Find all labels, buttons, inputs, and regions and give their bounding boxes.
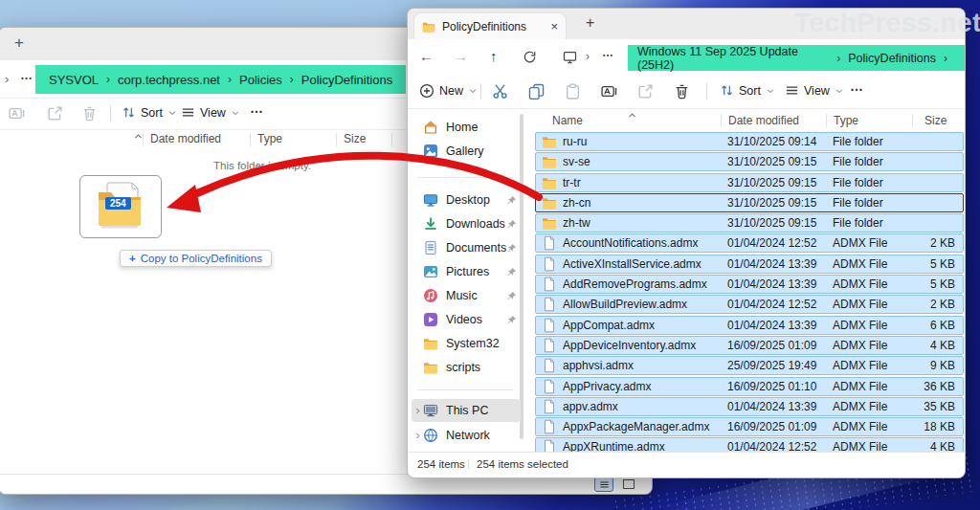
sidebar-item-pictures[interactable]: Pictures — [412, 260, 521, 283]
copy-icon[interactable] — [528, 83, 545, 100]
file-row[interactable]: ru-ru 31/10/2025 09:14 File folder — [535, 132, 964, 151]
pin-icon — [506, 243, 517, 254]
column-header-date[interactable]: Date modified — [728, 114, 799, 127]
file-row[interactable]: ActiveXInstallService.admx 01/04/2024 13… — [535, 255, 964, 274]
sidebar-item-system32[interactable]: System32 — [412, 332, 521, 355]
column-header-type[interactable]: Type — [257, 132, 282, 145]
details-view-toggle[interactable] — [594, 477, 613, 492]
file-size: 2 KB — [921, 236, 963, 250]
delete-icon[interactable] — [81, 105, 98, 122]
file-row[interactable]: apphvsi.admx 25/09/2025 19:49 ADMX File … — [535, 356, 964, 375]
file-row[interactable]: AppPrivacy.admx 16/09/2025 01:10 ADMX Fi… — [535, 377, 964, 396]
more-options-button[interactable]: … — [850, 78, 863, 94]
forward-button[interactable]: → — [454, 48, 468, 64]
breadcrumb[interactable]: Windows 11 Sep 2025 Update (25H2)›Policy… — [628, 45, 965, 71]
file-row[interactable]: zh-tw 31/10/2025 09:15 File folder — [535, 213, 964, 233]
more-options-button[interactable]: … — [250, 100, 263, 116]
icons-view-toggle[interactable] — [619, 477, 638, 492]
breadcrumb-chevron: › — [586, 50, 590, 63]
paste-icon[interactable] — [565, 83, 581, 100]
sidebar-item-home[interactable]: Home — [412, 116, 521, 139]
file-row[interactable]: AllowBuildPreview.admx 01/04/2024 12:52 … — [535, 295, 964, 314]
back-button[interactable]: ← — [419, 48, 434, 64]
up-button[interactable]: ↑ — [490, 48, 498, 64]
pin-icon — [506, 291, 517, 301]
file-row[interactable]: appv.admx 01/04/2024 13:39 ADMX File 35 … — [535, 397, 964, 416]
plus-icon: + — [129, 253, 136, 264]
view-button[interactable]: View — [181, 105, 240, 120]
breadcrumb-item[interactable]: Policies — [239, 73, 282, 87]
tab-policydefinitions[interactable]: PolicyDefinitions × — [413, 12, 567, 39]
sort-label: Sort — [739, 84, 761, 98]
this-pc-icon[interactable] — [563, 50, 577, 64]
sidebar-item-label: Desktop — [446, 193, 506, 207]
column-header-name[interactable]: Name — [552, 114, 583, 127]
view-button[interactable]: View — [785, 83, 844, 98]
file-row[interactable]: tr-tr 31/10/2025 09:15 File folder — [535, 173, 964, 192]
file-size: 2 KB — [921, 298, 963, 311]
sidebar-item-gallery[interactable]: Gallery — [412, 140, 521, 163]
file-row[interactable]: sv-se 31/10/2025 09:15 File folder — [535, 152, 964, 171]
tab-close-button[interactable]: × — [550, 19, 558, 33]
file-row[interactable]: AppDeviceInventory.admx 16/09/2025 01:09… — [535, 336, 964, 355]
tab-title: PolicyDefinitions — [442, 20, 546, 33]
sidebar-item-music[interactable]: Music — [412, 284, 521, 307]
sidebar-item-desktop[interactable]: Desktop — [412, 188, 521, 211]
file-name: ActiveXInstallService.admx — [563, 257, 727, 271]
icons-view-icon — [623, 479, 635, 489]
breadcrumb-item[interactable]: Windows 11 Sep 2025 Update (25H2) — [637, 45, 829, 72]
refresh-button[interactable] — [523, 50, 537, 64]
column-header-type[interactable]: Type — [834, 114, 858, 127]
file-type: File folder — [833, 135, 921, 148]
breadcrumb[interactable]: SYSVOL›corp.techpress.net›Policies›Polic… — [35, 65, 406, 94]
sort-button[interactable]: Sort — [122, 105, 177, 120]
documents-icon — [423, 240, 438, 255]
item-count: 254 items — [417, 458, 465, 470]
breadcrumb-chevron[interactable]: › — [5, 72, 9, 86]
new-tab-button[interactable]: + — [586, 14, 594, 32]
breadcrumb-item[interactable]: PolicyDefinitions — [848, 52, 936, 65]
delete-icon[interactable] — [674, 83, 690, 100]
cut-icon[interactable] — [492, 83, 508, 100]
sidebar-item-downloads[interactable]: Downloads — [412, 212, 521, 235]
breadcrumb-item[interactable]: PolicyDefinitions — [301, 73, 392, 87]
sidebar-item-scripts[interactable]: scripts — [412, 356, 521, 379]
sidebar-item-label: System32 — [446, 337, 521, 350]
breadcrumb-overflow-button[interactable]: … — [20, 68, 33, 82]
selected-count: 254 items selected — [477, 458, 568, 470]
file-date-modified: 31/10/2025 09:15 — [727, 216, 833, 230]
column-header-size[interactable]: Size — [344, 132, 366, 145]
new-button[interactable]: New — [419, 83, 478, 99]
new-tab-button[interactable]: + — [14, 33, 24, 53]
file-name: AppDeviceInventory.admx — [563, 339, 727, 352]
sidebar-item-this-pc[interactable]: This PC — [412, 399, 521, 422]
column-header-date[interactable]: Date modified — [150, 132, 221, 145]
sidebar-item-network[interactable]: Network — [412, 424, 521, 447]
share-icon[interactable] — [637, 83, 654, 100]
sidebar-item-videos[interactable]: Videos — [412, 308, 521, 331]
file-row[interactable]: AppCompat.admx 01/04/2024 13:39 ADMX Fil… — [535, 316, 964, 335]
breadcrumb-overflow-button[interactable]: … — [602, 46, 614, 59]
file-row[interactable]: AccountNotifications.admx 01/04/2024 12:… — [535, 233, 964, 253]
rename-icon[interactable] — [9, 105, 25, 122]
drag-drop-target[interactable]: 254 — [79, 175, 162, 238]
sort-icon — [122, 105, 136, 120]
rename-icon[interactable] — [601, 83, 617, 100]
file-row[interactable]: AddRemovePrograms.admx 01/04/2024 13:39 … — [535, 275, 964, 294]
sidebar-item-label: Network — [446, 429, 521, 442]
share-icon[interactable] — [47, 105, 63, 122]
empty-folder-message: This folder is empty. — [213, 160, 311, 171]
sidebar-item-label: Pictures — [446, 265, 506, 278]
file-row[interactable]: AppxPackageManager.admx 16/09/2025 01:09… — [535, 417, 964, 436]
folder-icon — [542, 195, 557, 211]
file-date-modified: 16/09/2025 01:10 — [727, 380, 833, 393]
file-date-modified: 01/04/2024 13:39 — [727, 257, 833, 271]
file-row[interactable]: zh-cn 31/10/2025 09:15 File folder — [535, 193, 964, 212]
file-date-modified: 25/09/2025 19:49 — [727, 359, 833, 372]
breadcrumb-item[interactable]: corp.techpress.net — [118, 73, 220, 87]
sort-button[interactable]: Sort — [720, 83, 775, 98]
sidebar-item-documents[interactable]: Documents — [412, 236, 521, 259]
pin-icon — [506, 315, 517, 325]
column-header-size[interactable]: Size — [924, 114, 947, 127]
breadcrumb-item[interactable]: SYSVOL — [49, 73, 99, 87]
